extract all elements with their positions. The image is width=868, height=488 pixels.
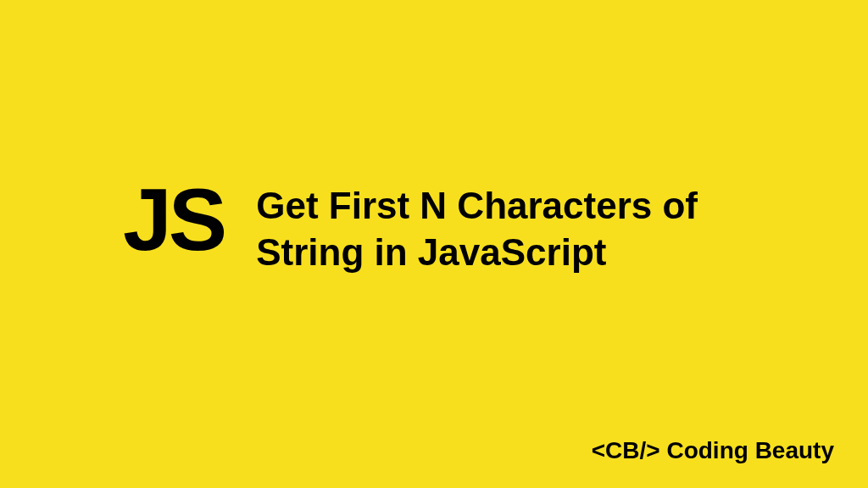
main-content: JS Get First N Characters of String in J…	[0, 0, 868, 275]
title-line-2: String in JavaScript	[256, 231, 606, 273]
title-line-1: Get First N Characters of	[256, 185, 698, 226]
brand-footer: <CB/> Coding Beauty	[592, 437, 834, 464]
js-logo: JS	[123, 175, 224, 263]
article-title: Get First N Characters of String in Java…	[256, 182, 698, 275]
